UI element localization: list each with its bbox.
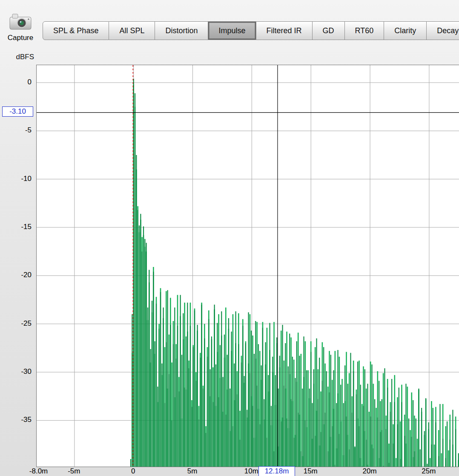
y-tick-label: 0 bbox=[0, 78, 32, 86]
impulse-plot[interactable] bbox=[36, 65, 459, 467]
tab-clarity[interactable]: Clarity bbox=[384, 21, 427, 40]
y-axis-unit-label: dBFS bbox=[2, 53, 34, 61]
cursor-time-readout: 12.18m bbox=[258, 466, 295, 476]
y-tick-label: -35 bbox=[0, 416, 32, 424]
y-tick-label: -15 bbox=[0, 223, 32, 231]
y-tick-label: -5 bbox=[0, 126, 32, 135]
camera-icon bbox=[9, 12, 32, 32]
x-tick-label: 5m bbox=[175, 467, 210, 476]
tab-spl-phase[interactable]: SPL & Phase bbox=[43, 21, 109, 40]
tab-gd[interactable]: GD bbox=[313, 21, 345, 40]
impulse-chart-canvas[interactable] bbox=[37, 65, 459, 467]
x-tick-label: -8.0m bbox=[21, 467, 57, 476]
x-tick-label: 20m bbox=[352, 467, 387, 476]
view-tab-bar: SPL & PhaseAll SPLDistortionImpulseFilte… bbox=[43, 21, 459, 40]
impulse-main bbox=[131, 79, 459, 467]
x-tick-label: 0 bbox=[115, 467, 151, 476]
tab-decay[interactable]: Decay bbox=[427, 21, 459, 40]
x-tick-label: -5m bbox=[56, 467, 92, 476]
y-tick-label: -25 bbox=[0, 319, 32, 328]
y-tick-label: -30 bbox=[0, 367, 32, 376]
tab-filtered-ir[interactable]: Filtered IR bbox=[256, 21, 313, 40]
tab-all-spl[interactable]: All SPL bbox=[109, 21, 155, 40]
rew-impulse-window: { "toolbar": { "capture_label": "Capture… bbox=[0, 0, 459, 476]
x-axis-tick-labels: -8.0m-5m05m10m15m20m25m bbox=[36, 467, 459, 476]
tab-rt60[interactable]: RT60 bbox=[345, 21, 384, 40]
x-tick-label: 15m bbox=[293, 467, 328, 476]
x-tick-label: 25m bbox=[411, 467, 447, 476]
cursor-level-readout: -3.10 bbox=[2, 106, 33, 117]
y-axis-tick-labels: 0-5-10-15-20-25-30-35 bbox=[0, 65, 33, 466]
tab-distortion[interactable]: Distortion bbox=[155, 21, 208, 40]
y-tick-label: -10 bbox=[0, 175, 32, 183]
tab-impulse[interactable]: Impulse bbox=[208, 21, 256, 40]
y-tick-label: -20 bbox=[0, 271, 32, 279]
capture-label: Capture bbox=[1, 34, 40, 42]
capture-button[interactable]: Capture bbox=[1, 12, 40, 42]
